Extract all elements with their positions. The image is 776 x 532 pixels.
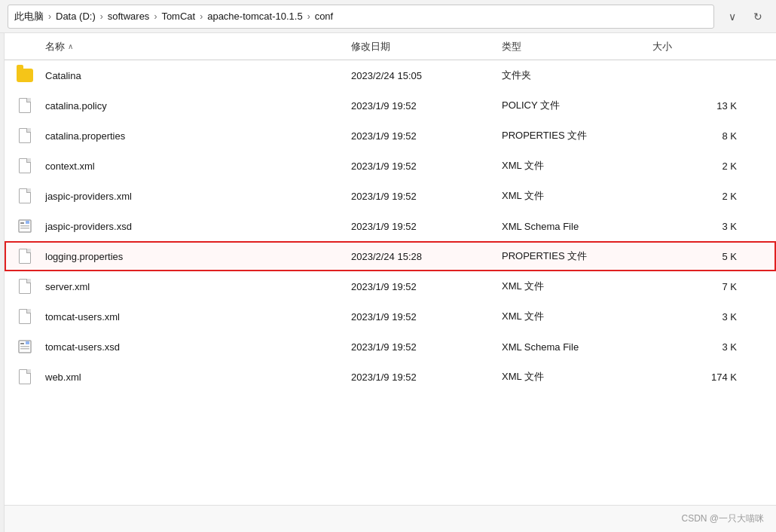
file-row-tomcat-users-xsd[interactable]: tomcat-users.xsd2023/1/9 19:52XML Schema… (5, 332, 776, 362)
breadcrumb-item-5[interactable]: conf (315, 11, 334, 22)
file-type: XML Schema File (502, 221, 652, 232)
file-name: jaspic-providers.xsd (45, 221, 351, 232)
status-bar: CSDN @一只大喵咪 (5, 505, 776, 532)
file-date: 2023/1/9 19:52 (351, 221, 502, 232)
file-name: tomcat-users.xsd (45, 341, 351, 353)
breadcrumb-item-3[interactable]: TomCat (161, 11, 195, 22)
breadcrumb-item-0[interactable]: 此电脑 (14, 10, 44, 23)
breadcrumb-sep-3: › (200, 11, 203, 22)
file-icon (19, 369, 31, 384)
watermark-text: CSDN @一只大喵咪 (681, 512, 764, 525)
content-area: 名称 ∧ 修改日期 类型 大小 Catalina2023/2/24 15:05文… (0, 33, 776, 532)
breadcrumb-item-4[interactable]: apache-tomcat-10.1.5 (207, 11, 302, 22)
col-header-type[interactable]: 类型 (502, 40, 652, 54)
file-icon-cell (5, 309, 45, 324)
file-icon-cell (5, 98, 45, 113)
file-date: 2023/1/9 19:52 (351, 341, 502, 353)
svg-rect-3 (20, 228, 29, 229)
file-icon-cell (5, 279, 45, 294)
file-name: tomcat-users.xml (45, 311, 351, 323)
file-row-jaspic-providers-xsd[interactable]: jaspic-providers.xsd2023/1/9 19:52XML Sc… (5, 211, 776, 241)
file-date: 2023/2/24 15:28 (351, 251, 502, 262)
file-name: context.xml (45, 161, 351, 172)
schema-icon (17, 339, 32, 354)
file-date: 2023/1/9 19:52 (351, 311, 502, 323)
col-header-date[interactable]: 修改日期 (351, 40, 502, 54)
file-type: PROPERTIES 文件 (502, 249, 652, 263)
file-icon-cell (5, 369, 45, 384)
address-bar: 此电脑 › Data (D:) › softwares › TomCat › a… (0, 0, 776, 33)
svg-rect-7 (20, 346, 29, 347)
file-icon (19, 309, 31, 324)
folder-icon (17, 69, 33, 82)
file-name: catalina.properties (45, 130, 351, 142)
file-type: XML 文件 (502, 280, 652, 293)
file-size: 3 K (652, 311, 743, 323)
file-name: catalina.policy (45, 100, 351, 112)
col-header-name[interactable]: 名称 ∧ (5, 40, 351, 54)
file-icon (19, 249, 31, 264)
file-name: logging.properties (45, 251, 351, 262)
file-size: 8 K (652, 130, 743, 142)
sort-arrow-icon: ∧ (68, 42, 73, 50)
file-date: 2023/1/9 19:52 (351, 161, 502, 172)
file-icon (19, 188, 31, 203)
file-size: 3 K (652, 341, 743, 353)
file-size: 2 K (652, 161, 743, 172)
file-row-web-xml[interactable]: web.xml2023/1/9 19:52XML 文件174 K (5, 362, 776, 392)
file-type: XML Schema File (502, 341, 652, 353)
file-row-server-xml[interactable]: server.xml2023/1/9 19:52XML 文件7 K (5, 271, 776, 301)
file-icon (19, 279, 31, 294)
file-icon-cell (5, 69, 45, 82)
breadcrumb-sep-2: › (154, 11, 157, 22)
file-icon-cell (5, 249, 45, 264)
breadcrumb-item-2[interactable]: softwares (108, 11, 150, 22)
breadcrumb-item-1[interactable]: Data (D:) (56, 11, 96, 22)
file-row-catalina-properties[interactable]: catalina.properties2023/1/9 19:52PROPERT… (5, 121, 776, 151)
file-row-catalina-policy[interactable]: catalina.policy2023/1/9 19:52POLICY 文件13… (5, 90, 776, 121)
column-headers: 名称 ∧ 修改日期 类型 大小 (5, 33, 776, 60)
svg-rect-8 (20, 348, 29, 350)
file-date: 2023/1/9 19:52 (351, 130, 502, 142)
main-content: 名称 ∧ 修改日期 类型 大小 Catalina2023/2/24 15:05文… (5, 33, 776, 532)
svg-rect-2 (20, 225, 29, 227)
file-date: 2023/1/9 19:52 (351, 281, 502, 292)
file-icon-cell (5, 158, 45, 173)
file-name: jaspic-providers.xml (45, 191, 351, 202)
file-explorer-window: 此电脑 › Data (D:) › softwares › TomCat › a… (0, 0, 776, 532)
address-bar-controls: ∨ ↻ (722, 6, 768, 27)
file-size: 2 K (652, 191, 743, 202)
col-header-size[interactable]: 大小 (652, 40, 743, 54)
file-icon (19, 98, 31, 113)
file-date: 2023/1/9 19:52 (351, 191, 502, 202)
file-icon-cell (5, 128, 45, 143)
refresh-button[interactable]: ↻ (747, 6, 768, 27)
file-row-jaspic-providers-xml[interactable]: jaspic-providers.xml2023/1/9 19:52XML 文件… (5, 181, 776, 211)
file-row-tomcat-users-xml[interactable]: tomcat-users.xml2023/1/9 19:52XML 文件3 K (5, 301, 776, 332)
svg-rect-4 (26, 221, 29, 224)
file-row-context-xml[interactable]: context.xml2023/1/9 19:52XML 文件2 K (5, 151, 776, 181)
breadcrumb-sep-1: › (100, 11, 103, 22)
file-name: Catalina (45, 70, 351, 81)
file-size: 3 K (652, 221, 743, 232)
file-name: server.xml (45, 281, 351, 292)
file-row-catalina-folder[interactable]: Catalina2023/2/24 15:05文件夹 (5, 60, 776, 90)
svg-rect-6 (20, 343, 24, 344)
file-type: XML 文件 (502, 310, 652, 323)
file-date: 2023/1/9 19:52 (351, 371, 502, 383)
svg-rect-1 (20, 222, 24, 224)
breadcrumb-sep-0: › (48, 11, 51, 22)
file-size: 13 K (652, 100, 743, 112)
dropdown-button[interactable]: ∨ (722, 6, 743, 27)
schema-icon (17, 219, 32, 234)
file-icon-cell (5, 339, 45, 354)
svg-rect-9 (26, 341, 29, 344)
file-name: web.xml (45, 371, 351, 383)
file-type: XML 文件 (502, 159, 652, 173)
file-size: 7 K (652, 281, 743, 292)
file-type: XML 文件 (502, 189, 652, 203)
file-type: XML 文件 (502, 370, 652, 384)
file-list: Catalina2023/2/24 15:05文件夹catalina.polic… (5, 60, 776, 505)
breadcrumb-container[interactable]: 此电脑 › Data (D:) › softwares › TomCat › a… (8, 5, 714, 29)
file-row-logging-properties[interactable]: logging.properties2023/2/24 15:28PROPERT… (5, 241, 776, 271)
